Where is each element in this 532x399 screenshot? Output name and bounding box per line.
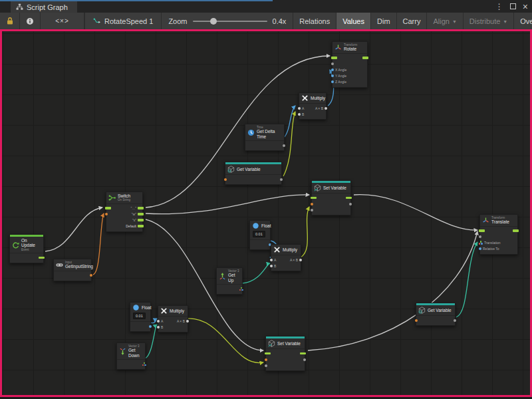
port-flow[interactable] — [346, 197, 352, 200]
port-flow[interactable] — [300, 352, 306, 355]
zoom-slider-handle[interactable] — [210, 18, 217, 25]
input-port — [479, 229, 485, 232]
port-lite[interactable] — [298, 107, 301, 110]
node-header: Multiply — [158, 306, 188, 316]
toolbar-button-overview[interactable]: Overview — [514, 13, 532, 29]
port-row — [54, 273, 91, 279]
port-flow[interactable] — [138, 219, 144, 221]
code-view-icon[interactable]: <×> — [41, 13, 84, 29]
port-gray[interactable] — [349, 203, 352, 205]
port-lite[interactable] — [298, 113, 301, 116]
port-row — [480, 228, 517, 234]
toolbar-button-dim[interactable]: Dim — [371, 13, 397, 29]
node-title: Multiply — [170, 309, 184, 313]
port-gray[interactable] — [280, 178, 283, 181]
port-gray[interactable] — [311, 209, 313, 211]
port-gray[interactable] — [331, 63, 334, 65]
input-port — [311, 197, 317, 200]
mult-icon — [273, 246, 281, 253]
node-multiply-bottom[interactable]: MultiplyAA × BB — [158, 305, 188, 332]
port-label: Y Angle — [335, 74, 346, 78]
window-close-icon[interactable]: × — [523, 2, 528, 11]
node-float-mid[interactable]: Float0.01 — [249, 220, 271, 250]
port-gray[interactable] — [283, 144, 285, 147]
port-gray[interactable] — [265, 364, 267, 367]
port-vector3[interactable] — [239, 287, 243, 291]
node-value-input[interactable]: 0.01 — [253, 231, 265, 237]
graph-breadcrumb[interactable]: RotateSpeed 1 — [84, 13, 162, 29]
port-gray[interactable] — [479, 235, 481, 238]
port-flow[interactable] — [331, 57, 337, 59]
toolbar-button-align[interactable]: Align▼ — [427, 13, 463, 29]
port-blue[interactable] — [331, 80, 334, 83]
node-value-input[interactable]: 0.01 — [133, 313, 146, 319]
port-flow[interactable] — [138, 213, 144, 215]
node-switch-on-string[interactable]: SwitchOn String"…""w""s"Default — [106, 192, 143, 232]
port-lite[interactable] — [270, 259, 273, 261]
node-float-bottom[interactable]: Float0.01 — [130, 302, 151, 332]
port-lite[interactable] — [270, 265, 273, 267]
port-row — [266, 362, 305, 368]
node-title: Multiply — [283, 247, 297, 252]
port-lite[interactable] — [186, 320, 189, 323]
input-port — [224, 178, 227, 181]
port-blue[interactable] — [149, 325, 152, 328]
zoom-slider[interactable] — [193, 21, 267, 22]
port-orange[interactable] — [224, 178, 227, 181]
toolbar-button-distribute[interactable]: Distribute▼ — [464, 13, 514, 29]
node-transform-rotate[interactable]: TransformRotateX AngleY AngleZ Angle — [332, 41, 368, 88]
port-vector3[interactable] — [479, 241, 483, 245]
toolbar-button-carry[interactable]: Carry — [397, 13, 428, 29]
port-flow[interactable] — [138, 207, 144, 209]
node-multiply-mid[interactable]: MultiplyAA × BB — [271, 244, 301, 271]
port-label: A × B — [177, 319, 185, 323]
port-lite[interactable] — [157, 320, 160, 323]
node-set-variable-bottom[interactable]: Set Variable — [265, 336, 305, 371]
node-get-delta-time[interactable]: TimeGet Delta Time — [245, 124, 285, 151]
port-lite[interactable] — [325, 107, 327, 110]
port-flow[interactable] — [362, 57, 368, 59]
port-gray[interactable] — [454, 319, 456, 322]
node-vector3-get-up[interactable]: Vector 3Get Up — [216, 267, 243, 295]
node-title: Set Variable — [277, 341, 301, 346]
port-gray[interactable] — [303, 358, 306, 361]
port-orange[interactable] — [105, 213, 108, 215]
port-flow[interactable] — [513, 229, 519, 232]
port-flow[interactable] — [479, 229, 485, 232]
node-get-input-string[interactable]: InputGetInputString — [53, 259, 92, 281]
port-blue[interactable] — [331, 74, 334, 77]
port-flow[interactable] — [311, 197, 317, 200]
input-port — [265, 352, 271, 355]
node-set-variable-top[interactable]: Set Variable — [311, 180, 351, 215]
port-lite[interactable] — [299, 259, 302, 261]
window-menu-icon[interactable]: ⋮ — [495, 3, 503, 11]
node-get-variable-mid[interactable]: Get Variable — [225, 162, 282, 185]
lock-icon[interactable] — [0, 13, 20, 29]
node-header: Float — [130, 303, 150, 313]
port-flow[interactable] — [265, 352, 271, 355]
node-vector3-get-down[interactable]: Vector 3Get Down — [116, 342, 146, 370]
tab-script-graph[interactable]: Script Graph — [11, 1, 77, 13]
port-orange[interactable] — [265, 358, 267, 361]
port-orange[interactable] — [90, 274, 92, 277]
port-flow[interactable] — [39, 257, 45, 259]
node-get-variable-right[interactable]: Get Variable — [416, 303, 456, 326]
output-port — [303, 358, 306, 361]
port-flow[interactable] — [138, 225, 144, 227]
info-icon[interactable] — [20, 13, 41, 29]
node-header: SwitchOn String — [106, 192, 142, 203]
port-vector3[interactable] — [142, 362, 146, 366]
port-orange[interactable] — [311, 203, 313, 205]
port-blue[interactable] — [479, 247, 481, 250]
toolbar-button-relations[interactable]: Relations — [293, 13, 336, 29]
port-orange[interactable] — [415, 319, 418, 322]
node-transform-translate[interactable]: TransformTranslateTranslationRelative To — [479, 214, 518, 255]
port-lite[interactable] — [157, 326, 160, 329]
port-flow[interactable] — [105, 207, 111, 209]
window-maximize-icon[interactable] — [510, 3, 516, 9]
node-on-update-event[interactable]: On UpdateEvent — [9, 234, 44, 263]
toolbar-button-values[interactable]: Values — [336, 13, 371, 29]
node-multiply-top[interactable]: MultiplyAA × BB — [299, 92, 327, 120]
node-ports — [217, 284, 242, 294]
port-blue[interactable] — [331, 68, 334, 71]
